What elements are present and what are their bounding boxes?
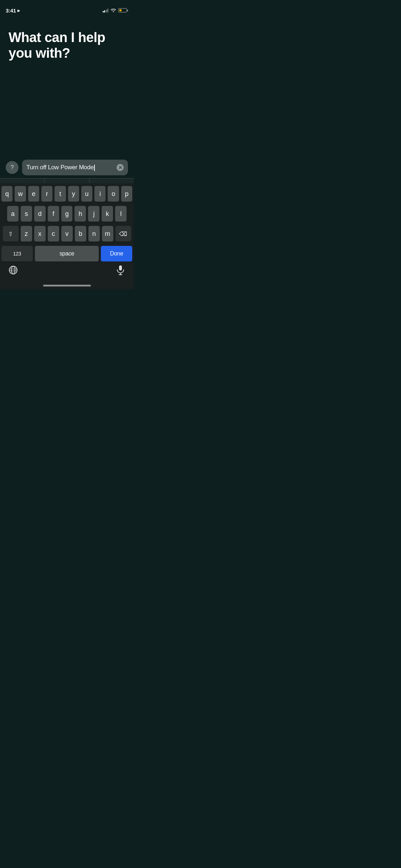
key-p[interactable]: p [121,186,132,202]
key-d[interactable]: d [34,206,46,222]
search-input[interactable]: Turn off Low Power Mode [26,164,117,171]
status-bar: 3:41 ▶ [0,0,134,16]
keyboard-row-2: a s d f g h j k l [1,206,132,222]
key-b[interactable]: b [75,226,86,242]
key-f[interactable]: f [48,206,59,222]
key-j[interactable]: j [88,206,99,222]
key-n[interactable]: n [88,226,100,242]
key-m[interactable]: m [102,226,113,242]
key-c[interactable]: c [48,226,59,242]
location-icon: ▶ [17,9,20,12]
text-cursor [94,165,95,171]
key-w[interactable]: w [15,186,26,202]
status-time: 3:41 [6,7,16,14]
home-indicator [43,285,91,286]
svg-rect-5 [119,265,122,270]
key-y[interactable]: y [68,186,79,202]
keyboard-row-4: 123 space Done [1,246,132,262]
key-done[interactable]: Done [101,246,132,262]
key-space[interactable]: space [35,246,99,262]
clear-button[interactable]: ✕ [117,164,124,171]
key-shift[interactable]: ⇧ [3,226,19,242]
keyboard-row-1: q w e r t y u i o p [1,186,132,202]
key-a[interactable]: a [7,206,19,222]
key-t[interactable]: t [55,186,66,202]
siri-prompt: What can I help you with? [9,30,125,61]
key-v[interactable]: v [61,226,73,242]
key-k[interactable]: k [102,206,113,222]
search-area: ? Turn off Low Power Mode ✕ [0,160,134,175]
key-u[interactable]: u [81,186,92,202]
signal-bars-icon [103,8,109,12]
main-content: What can I help you with? [0,16,134,68]
battery-icon [118,8,128,12]
key-e[interactable]: e [28,186,39,202]
search-input-container[interactable]: Turn off Low Power Mode ✕ [22,160,128,175]
keyboard-bottom-row [1,262,132,277]
status-icons [103,7,128,14]
help-button[interactable]: ? [6,161,19,174]
clear-button-icon: ✕ [118,165,122,170]
key-r[interactable]: r [41,186,52,202]
key-numbers[interactable]: 123 [1,246,33,262]
key-l[interactable]: l [115,206,127,222]
key-h[interactable]: h [74,206,86,222]
key-o[interactable]: o [108,186,119,202]
key-delete[interactable]: ⌫ [115,226,131,242]
keyboard: q w e r t y u i o p a s d f g h j k l ⇧ … [0,183,134,289]
globe-button[interactable] [9,265,18,276]
wifi-icon [110,7,116,14]
keyboard-row-3: ⇧ z x c v b n m ⌫ [1,226,132,242]
key-g[interactable]: g [61,206,73,222]
key-q[interactable]: q [1,186,12,202]
key-x[interactable]: x [34,226,46,242]
key-i[interactable]: i [94,186,106,202]
help-button-label: ? [10,164,14,171]
key-s[interactable]: s [21,206,32,222]
mic-button[interactable] [116,265,125,277]
key-z[interactable]: z [21,226,32,242]
